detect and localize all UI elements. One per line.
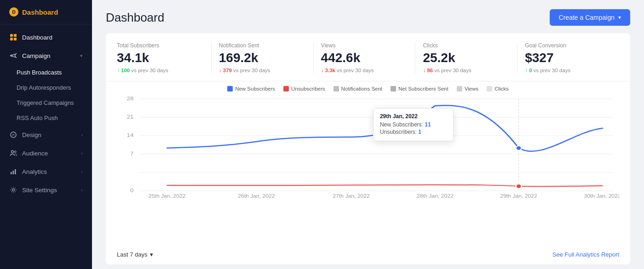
stat-notification-sent: Notification Sent 169.2k ↓ 379 vs prev 3… xyxy=(212,42,314,74)
arrow-down-1: ↓ xyxy=(219,67,222,74)
sidebar-design-label: Design xyxy=(22,132,76,138)
analytics-icon xyxy=(9,167,17,176)
change-val-0: 100 xyxy=(121,68,130,73)
sidebar-analytics-label: Analytics xyxy=(22,168,76,175)
stat-change-0: ↑ 100 vs prev 30 days xyxy=(117,67,204,74)
svg-rect-0 xyxy=(10,34,13,37)
sidebar-site-settings-label: Site Settings xyxy=(22,187,76,194)
sidebar-campaign-label: Campaign xyxy=(22,52,75,59)
sidebar-item-push-broadcasts[interactable]: Push Broadcasts xyxy=(0,65,92,80)
stat-change-3: ↓ 86 vs prev 30 days xyxy=(423,67,510,74)
stat-change-4: ↑ 0 vs prev 30 days xyxy=(525,67,612,74)
change-text-3: vs prev 30 days xyxy=(434,68,472,73)
svg-rect-8 xyxy=(11,172,12,174)
page-header: Dashboard Create a Campaign ▾ xyxy=(92,0,644,33)
legend-net-subscribers: Net Subscribers Sent xyxy=(391,86,448,92)
svg-rect-3 xyxy=(14,38,17,40)
chart-dot-unsubscribers xyxy=(516,184,522,189)
legend-label-unsub: Unsubscribers xyxy=(291,86,325,92)
stat-label-4: Goal Conversion xyxy=(525,42,612,49)
stat-views: Views 442.6k ↓ 3.3k vs prev 30 days xyxy=(314,42,416,74)
chart-legend: New Subscribers Unsubscribers Notificati… xyxy=(117,86,619,92)
legend-label-views: Views xyxy=(465,86,478,92)
svg-point-6 xyxy=(12,151,14,153)
legend-clicks: Clicks xyxy=(487,86,509,92)
sidebar-navigation: Dashboard Campaign ▾ Push Broadcasts Dri… xyxy=(0,24,92,269)
legend-new-subscribers: New Subscribers xyxy=(227,86,275,92)
sidebar-item-site-settings[interactable]: Site Settings › xyxy=(0,181,92,199)
stat-total-subscribers: Total Subscribers 34.1k ↑ 100 vs prev 30… xyxy=(117,42,212,74)
arrow-down-2: ↓ xyxy=(321,67,324,74)
stat-label-2: Views xyxy=(321,42,408,49)
design-chevron: › xyxy=(81,132,83,137)
stat-goal-conversion: Goal Conversion $327 ↑ 0 vs prev 30 days xyxy=(518,42,619,74)
legend-dot-new xyxy=(227,86,233,92)
chart-container: 28 21 14 7 0 xyxy=(117,94,619,202)
time-range-label: Last 7 days xyxy=(117,251,148,258)
stat-clicks: Clicks 25.2k ↓ 86 vs prev 30 days xyxy=(415,42,518,74)
time-range-selector[interactable]: Last 7 days ▾ xyxy=(117,251,153,258)
stat-label-3: Clicks xyxy=(423,42,510,49)
svg-rect-2 xyxy=(10,38,13,40)
change-text-0: vs prev 30 days xyxy=(131,68,168,73)
sidebar-item-rss-auto-push[interactable]: RSS Auto Push xyxy=(0,110,92,126)
sidebar-item-analytics[interactable]: Analytics › xyxy=(0,162,92,181)
create-campaign-button[interactable]: Create a Campaign ▾ xyxy=(550,9,630,26)
chart-bottom-bar: Last 7 days ▾ See Full Analytics Report xyxy=(106,246,630,264)
svg-text:26th Jan, 2022: 26th Jan, 2022 xyxy=(238,194,275,199)
sidebar-item-audience[interactable]: Audience › xyxy=(0,144,92,162)
sidebar-logo-text: Dashboard xyxy=(22,8,58,16)
legend-label-new: New Subscribers xyxy=(235,86,275,92)
legend-dot-clicks xyxy=(487,86,492,92)
sidebar-item-campaign[interactable]: Campaign ▾ xyxy=(0,46,92,65)
chart-area: New Subscribers Unsubscribers Notificati… xyxy=(106,81,630,246)
svg-point-7 xyxy=(14,151,16,153)
sidebar-item-design[interactable]: Design › xyxy=(0,126,92,144)
legend-dot-notif xyxy=(334,86,339,92)
legend-notifications-sent: Notifications Sent xyxy=(334,86,383,92)
change-val-3: 86 xyxy=(427,68,433,73)
sidebar: D Dashboard Dashboard Campaign ▾ Push Br… xyxy=(0,0,92,269)
svg-text:28: 28 xyxy=(127,96,134,102)
campaign-chevron: ▾ xyxy=(80,53,83,59)
site-settings-icon xyxy=(9,186,17,194)
legend-label-net: Net Subscribers Sent xyxy=(398,86,448,92)
legend-dot-net xyxy=(391,86,396,92)
svg-text:30th Jan, 2022: 30th Jan, 2022 xyxy=(584,194,619,199)
svg-text:27th Jan, 2022: 27th Jan, 2022 xyxy=(333,194,369,199)
svg-text:28th Jan, 2022: 28th Jan, 2022 xyxy=(416,194,453,199)
sidebar-audience-label: Audience xyxy=(22,150,76,157)
sidebar-logo: D Dashboard xyxy=(0,0,92,24)
sidebar-item-dashboard[interactable]: Dashboard xyxy=(0,28,92,46)
stats-row: Total Subscribers 34.1k ↑ 100 vs prev 30… xyxy=(106,33,630,81)
svg-rect-9 xyxy=(13,171,14,174)
dashboard-icon xyxy=(9,33,17,41)
sidebar-item-drip-autoresponders[interactable]: Drip Autoresponders xyxy=(0,80,92,95)
change-val-2: 3.3k xyxy=(325,68,335,73)
change-text-1: vs prev 30 days xyxy=(233,68,270,73)
triggered-label: Triggered Campaigns xyxy=(17,99,74,106)
legend-dot-views xyxy=(457,86,462,92)
dashboard-card: Total Subscribers 34.1k ↑ 100 vs prev 30… xyxy=(106,33,630,264)
create-campaign-chevron: ▾ xyxy=(618,14,621,21)
analytics-chevron: › xyxy=(81,169,83,174)
svg-text:25th Jan, 2022: 25th Jan, 2022 xyxy=(149,194,185,199)
stat-value-2: 442.6k xyxy=(321,51,408,65)
see-full-analytics[interactable]: See Full Analytics Report xyxy=(552,251,619,258)
arrow-up-4: ↑ xyxy=(525,67,528,74)
chart-dot-new-subscribers xyxy=(516,146,522,150)
time-range-chevron: ▾ xyxy=(150,251,153,258)
page-title: Dashboard xyxy=(106,11,164,25)
legend-views: Views xyxy=(457,86,478,92)
legend-dot-unsub xyxy=(283,86,289,92)
sidebar-item-triggered-campaigns[interactable]: Triggered Campaigns xyxy=(0,95,92,110)
svg-text:7: 7 xyxy=(130,151,134,157)
push-broadcasts-label: Push Broadcasts xyxy=(17,69,62,76)
change-val-4: 0 xyxy=(529,68,532,73)
stat-value-4: $327 xyxy=(525,51,612,65)
site-settings-chevron: › xyxy=(81,187,83,193)
design-icon xyxy=(9,131,17,139)
change-text-2: vs prev 30 days xyxy=(337,68,374,73)
legend-unsubscribers: Unsubscribers xyxy=(283,86,325,92)
stat-change-1: ↓ 379 vs prev 30 days xyxy=(219,67,306,74)
